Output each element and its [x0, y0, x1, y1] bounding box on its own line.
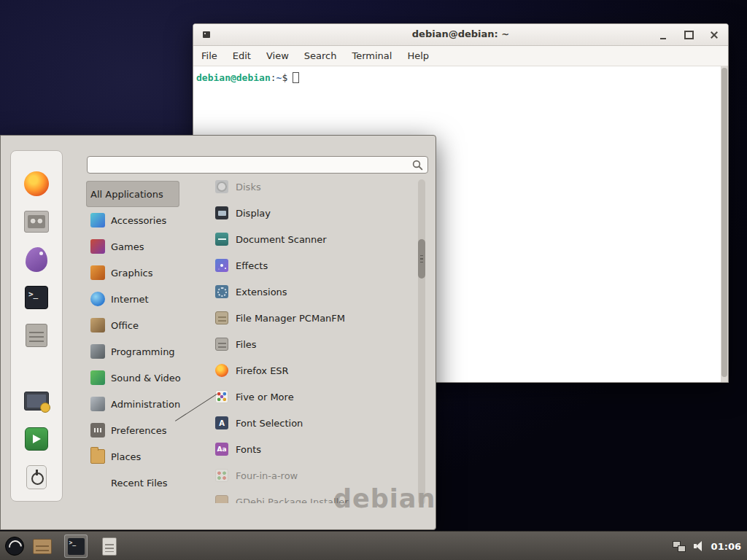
menu-search-input[interactable] [92, 158, 406, 172]
menu-edit[interactable]: Edit [233, 50, 251, 61]
terminal-menubar: File Edit View Search Terminal Help [193, 46, 728, 66]
favorite-file-cabinet[interactable] [20, 319, 53, 352]
category-internet[interactable]: Internet [86, 286, 179, 312]
terminal-icon: >_ [68, 538, 85, 555]
games-icon [90, 239, 105, 254]
application-menu: >_ All Applications Accessories Ga [0, 135, 436, 530]
category-office[interactable]: Office [86, 312, 179, 338]
shutdown-button[interactable] [20, 460, 53, 494]
file-cabinet-icon [26, 324, 47, 347]
sound-video-icon [90, 370, 105, 385]
office-icon [90, 318, 105, 332]
menu-search-box [87, 156, 428, 174]
favorite-contacts[interactable] [20, 205, 53, 238]
close-icon[interactable] [708, 28, 721, 42]
pidgin-icon [26, 247, 47, 272]
logout-button[interactable] [20, 422, 53, 456]
network-icon[interactable] [673, 541, 686, 552]
file-manager-icon [215, 311, 228, 324]
volume-icon[interactable] [694, 541, 703, 551]
app-item-font-selection[interactable]: A Font Selection [193, 410, 412, 436]
administration-icon [90, 397, 105, 411]
app-item-gdebi-package-installer[interactable]: GDebi Package Installer [193, 489, 412, 503]
prompt-dollar: $ [282, 72, 287, 83]
desktop: debian@debian: ~ File Edit View Search T… [0, 0, 747, 560]
window-controls [657, 28, 721, 42]
menu-view[interactable]: View [266, 50, 289, 61]
app-item-file-manager-pcmanfm[interactable]: File Manager PCManFM [193, 305, 412, 331]
app-item-extensions[interactable]: Extensions [193, 279, 412, 305]
file-manager-icon [33, 539, 52, 554]
app-item-four-in-a-row[interactable]: Four-in-a-row [193, 462, 412, 489]
app-item-display[interactable]: Display [193, 200, 412, 226]
programming-icon [90, 344, 105, 359]
app-item-document-scanner[interactable]: Document Scanner [193, 226, 412, 252]
category-accessories[interactable]: Accessories [86, 207, 179, 233]
app-item-effects[interactable]: Effects [193, 252, 412, 279]
app-item-five-or-more[interactable]: Five or More [193, 384, 412, 410]
places-icon [90, 449, 105, 464]
prompt-user-host: debian@debian [196, 72, 271, 83]
menu-help[interactable]: Help [407, 50, 429, 61]
window-title: debian@debian: ~ [193, 28, 728, 39]
app-item-files[interactable]: Files [193, 331, 412, 357]
terminal-launcher-active[interactable]: >_ [64, 534, 88, 558]
favorites-panel: >_ [10, 150, 63, 502]
lock-screen-icon [24, 392, 49, 411]
firefox-icon [24, 171, 49, 196]
file-manager-launcher[interactable] [31, 534, 54, 558]
terminal-titlebar[interactable]: debian@debian: ~ [193, 24, 728, 46]
four-in-a-row-icon [215, 469, 228, 482]
taskbar-status-area: 01:06 [673, 532, 741, 560]
terminal-cursor [293, 72, 299, 83]
extensions-icon [215, 285, 228, 298]
accessories-icon [90, 213, 105, 228]
category-sound-video[interactable]: Sound & Video [86, 365, 179, 391]
shutdown-icon [26, 465, 47, 489]
logout-icon [25, 427, 48, 451]
menu-button[interactable] [3, 534, 26, 558]
menu-file[interactable]: File [201, 50, 217, 61]
application-list: Disks Display Document Scanner Effects E… [193, 174, 412, 503]
minimize-icon[interactable] [657, 28, 670, 42]
files-icon [215, 338, 228, 351]
disks-icon [215, 180, 228, 193]
terminal-scrollbar-thumb[interactable] [721, 68, 727, 377]
category-graphics[interactable]: Graphics [86, 260, 179, 286]
five-or-more-icon [215, 390, 228, 403]
blank-icon [90, 475, 105, 490]
internet-icon [90, 292, 105, 306]
category-all-applications[interactable]: All Applications [86, 181, 179, 207]
font-selection-icon: A [215, 416, 228, 429]
files-launcher[interactable] [98, 534, 121, 558]
fonts-icon: Aa [215, 443, 228, 456]
apps-scrollbar-thumb[interactable] [418, 239, 425, 279]
app-item-disks[interactable]: Disks [193, 174, 412, 200]
menu-search[interactable]: Search [304, 50, 337, 61]
clock[interactable]: 01:06 [711, 541, 741, 552]
app-item-firefox-esr[interactable]: Firefox ESR [193, 357, 412, 384]
document-icon [102, 537, 117, 556]
category-administration[interactable]: Administration [86, 391, 179, 417]
lock-screen-button[interactable] [20, 384, 53, 418]
taskbar: >_ 01:06 [0, 531, 747, 560]
terminal-scrollbar[interactable] [721, 66, 728, 382]
search-icon [412, 160, 423, 171]
maximize-icon[interactable] [682, 28, 695, 42]
app-item-fonts[interactable]: Aa Fonts [193, 436, 412, 462]
favorite-firefox[interactable] [20, 167, 53, 201]
category-places[interactable]: Places [86, 443, 179, 470]
menu-terminal[interactable]: Terminal [352, 50, 392, 61]
apps-scrollbar[interactable] [418, 179, 425, 505]
category-preferences[interactable]: Preferences [86, 417, 179, 443]
terminal-icon: >_ [25, 286, 48, 309]
display-icon [215, 206, 228, 219]
favorite-pidgin[interactable] [20, 243, 53, 276]
contacts-icon [24, 211, 49, 233]
category-games[interactable]: Games [86, 233, 179, 260]
category-recent-files[interactable]: Recent Files [86, 470, 179, 496]
category-programming[interactable]: Programming [86, 338, 179, 365]
graphics-icon [90, 265, 105, 280]
firefox-icon [215, 364, 228, 377]
favorite-terminal[interactable]: >_ [20, 281, 53, 314]
